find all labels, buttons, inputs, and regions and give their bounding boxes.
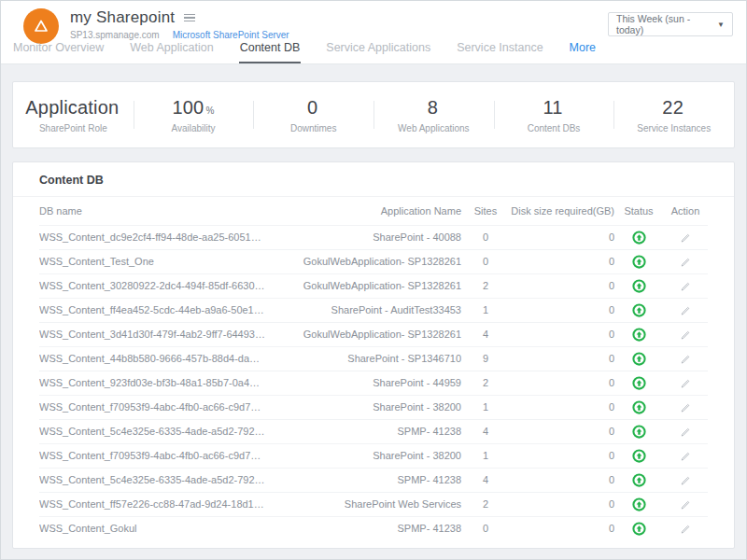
edit-pencil-icon[interactable] — [680, 451, 691, 462]
disk-size-cell: 0 — [510, 249, 614, 273]
table-row: WSS_Content_Gokul SPMP- 41238 0 0 — [39, 516, 708, 540]
table-row: WSS_Content_f70953f9-4abc-4fb0-ac66-c9d7… — [39, 395, 708, 419]
db-name-cell: WSS_Content_5c4e325e-6335-4ade-a5d2-792a… — [39, 468, 265, 492]
action-cell[interactable] — [663, 516, 708, 540]
action-cell[interactable] — [663, 468, 708, 492]
column-sites: Sites — [461, 197, 510, 225]
edit-pencil-icon[interactable] — [680, 354, 691, 365]
stat-label: Service Instances — [637, 123, 711, 133]
application-name-cell: SharePoint Web Services — [265, 492, 461, 516]
disk-size-cell: 0 — [510, 443, 614, 468]
disk-size-cell: 0 — [510, 371, 614, 395]
stat-label: Content DBs — [528, 123, 581, 133]
sites-cell: 4 — [461, 419, 510, 443]
sites-cell: 9 — [461, 346, 510, 371]
tab[interactable]: Monitor Overview — [12, 35, 105, 63]
action-cell[interactable] — [663, 395, 708, 419]
sites-cell: 1 — [461, 395, 510, 419]
table-row: WSS_Content_44b8b580-9666-457b-88d4-da9e… — [39, 346, 708, 371]
edit-pencil-icon[interactable] — [680, 427, 691, 438]
edit-pencil-icon[interactable] — [680, 475, 691, 486]
column-action: Action — [663, 197, 708, 225]
disk-size-cell: 0 — [510, 492, 614, 516]
application-name-cell: SPMP- 41238 — [265, 419, 461, 443]
tab[interactable]: Web Application — [129, 35, 214, 63]
tab[interactable]: Service Instance — [456, 35, 543, 63]
table-row: WSS_Content_ff4ea452-5cdc-44eb-a9a6-50e1… — [39, 298, 708, 322]
edit-pencil-icon[interactable] — [680, 378, 691, 389]
db-name-cell: WSS_Content_923fd03e-bf3b-48a1-85b7-0a4d… — [39, 371, 265, 395]
disk-size-cell: 0 — [510, 346, 614, 371]
column-db-name: DB name — [39, 197, 265, 225]
db-name-cell: WSS_Content_44b8b580-9666-457b-88d4-da9e… — [39, 346, 265, 371]
status-cell — [614, 249, 663, 273]
disk-size-cell: 0 — [510, 322, 614, 346]
application-name-cell: SharePoint - AuditTest33453 — [265, 298, 461, 322]
sites-cell: 1 — [461, 443, 510, 468]
action-cell[interactable] — [663, 346, 708, 371]
sites-cell: 4 — [461, 468, 510, 492]
table-row: WSS_Content_923fd03e-bf3b-48a1-85b7-0a4d… — [39, 371, 708, 395]
time-range-dropdown[interactable]: This Week (sun - today) ▼ — [608, 12, 733, 36]
tab[interactable]: Content DB — [239, 35, 302, 63]
stat-cell: 0 Downtimes — [253, 82, 374, 147]
action-cell[interactable] — [663, 492, 708, 516]
edit-pencil-icon[interactable] — [680, 499, 691, 511]
stat-value: 11 — [543, 97, 564, 119]
disk-size-cell: 0 — [510, 225, 614, 249]
status-cell — [614, 322, 663, 346]
edit-pencil-icon[interactable] — [680, 305, 691, 316]
edit-pencil-icon[interactable] — [680, 257, 691, 268]
action-cell[interactable] — [663, 419, 708, 443]
status-up-icon — [632, 400, 646, 414]
status-up-icon — [632, 425, 646, 439]
sites-cell: 2 — [461, 273, 510, 298]
status-up-icon — [632, 449, 646, 463]
action-cell[interactable] — [663, 371, 708, 395]
status-up-icon — [632, 255, 646, 269]
edit-pencil-icon[interactable] — [680, 281, 691, 292]
sites-cell: 2 — [461, 371, 510, 395]
edit-pencil-icon[interactable] — [680, 329, 691, 341]
menu-icon[interactable] — [182, 12, 197, 24]
status-cell — [614, 273, 663, 298]
status-cell — [614, 346, 663, 371]
sites-cell: 2 — [461, 492, 510, 516]
tab[interactable]: Service Applications — [325, 35, 431, 63]
tab-bar: Monitor OverviewWeb ApplicationContent D… — [12, 35, 597, 63]
db-name-cell: WSS_Content_5c4e325e-6335-4ade-a5d2-792a… — [39, 419, 265, 443]
status-cell — [614, 395, 663, 419]
status-up-icon — [632, 497, 646, 511]
status-cell — [614, 225, 663, 249]
db-name-cell: WSS_Content_f70953f9-4abc-4fb0-ac66-c9d7… — [39, 395, 265, 419]
edit-pencil-icon[interactable] — [680, 232, 691, 244]
stat-cell: 100% Availability — [134, 82, 254, 147]
disk-size-cell: 0 — [510, 516, 614, 540]
stat-value: 100% — [172, 97, 214, 119]
application-name-cell: GokulWebApplication- SP1328261 — [265, 273, 461, 298]
disk-size-cell: 0 — [510, 419, 614, 443]
disk-size-cell: 0 — [510, 468, 614, 492]
status-cell — [614, 443, 663, 468]
action-cell[interactable] — [663, 443, 708, 468]
action-cell[interactable] — [663, 298, 708, 322]
db-name-cell: WSS_Content_Gokul — [39, 516, 265, 540]
column-application-name: Application Name — [265, 197, 461, 225]
action-cell[interactable] — [663, 225, 708, 249]
app-header: my Sharepoint SP13.spmanage.com Microsof… — [1, 1, 746, 64]
status-up-icon — [632, 303, 646, 317]
tab[interactable]: More — [569, 35, 597, 63]
edit-pencil-icon[interactable] — [680, 402, 691, 413]
application-name-cell: SPMP- 41238 — [265, 468, 461, 492]
application-name-cell: GokulWebApplication- SP1328261 — [265, 322, 461, 346]
db-name-cell: WSS_Content_3d41d30f-479f-4ab2-9ff7-6449… — [39, 322, 265, 346]
table-row: WSS_Content_Test_One GokulWebApplication… — [39, 249, 708, 273]
action-cell[interactable] — [663, 273, 708, 298]
status-up-icon — [632, 522, 646, 536]
column-disk-size: Disk size required(GB) — [510, 197, 614, 225]
edit-pencil-icon[interactable] — [680, 524, 691, 535]
action-cell[interactable] — [663, 249, 708, 273]
action-cell[interactable] — [663, 322, 708, 346]
db-name-cell: WSS_Content_Test_One — [39, 249, 265, 273]
monitor-title: my Sharepoint — [70, 8, 175, 27]
